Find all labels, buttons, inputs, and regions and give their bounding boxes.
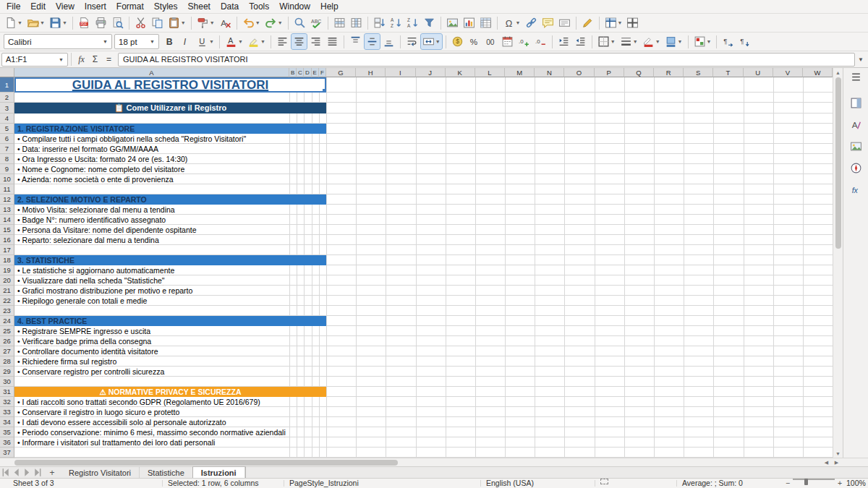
chevron-down-icon[interactable]: ▼ [59, 57, 64, 62]
menu-file[interactable]: File [1, 1, 25, 12]
previous-sheet-button[interactable] [11, 467, 22, 478]
autosum-button[interactable]: Σ [88, 54, 102, 64]
column-header-p[interactable]: P [595, 68, 624, 77]
cell-A10[interactable]: • Azienda: nome società o ente di proven… [14, 174, 326, 184]
wrap-text-button[interactable] [404, 34, 420, 49]
decrease-indent-button[interactable] [573, 34, 588, 49]
empty-cells-row-23[interactable] [326, 306, 833, 316]
insert-row-button[interactable] [332, 15, 347, 30]
row-header-16[interactable]: 16 [0, 235, 14, 245]
column-header-d[interactable]: D [304, 68, 311, 77]
empty-cells-row-25[interactable] [326, 326, 833, 336]
background-color-button[interactable]: ▼ [663, 34, 684, 49]
empty-cells-row-21[interactable] [326, 286, 833, 296]
dropdown-arrow-icon[interactable]: ▼ [516, 20, 521, 25]
dropdown-arrow-icon[interactable]: ▼ [707, 39, 712, 44]
column-header-k[interactable]: K [446, 68, 475, 77]
cell-A24[interactable]: 4. BEST PRACTICE [14, 316, 326, 326]
empty-cells-row-1[interactable] [326, 77, 833, 93]
empty-cells-row-32[interactable] [326, 397, 833, 407]
row-header-31[interactable]: 31 [0, 387, 14, 397]
menu-tools[interactable]: Tools [244, 1, 274, 12]
empty-cells-row-8[interactable] [326, 154, 833, 164]
horizontal-scrollbar[interactable]: ◀ ▶ [0, 458, 868, 466]
row-header-11[interactable]: 11 [0, 184, 14, 194]
tab-istruzioni[interactable]: Istruzioni [193, 467, 245, 478]
column-header-j[interactable]: J [416, 68, 446, 77]
freeze-panes-button[interactable]: ▼ [603, 15, 624, 30]
dropdown-arrow-icon[interactable]: ▼ [40, 20, 45, 25]
justify-button[interactable] [325, 34, 340, 49]
merge-cells-button[interactable]: ▼ [421, 34, 442, 49]
row-header-19[interactable]: 19 [0, 265, 14, 275]
cell-stats-status[interactable]: Average: ; Sum: 0 [682, 479, 743, 488]
empty-cells-row-24[interactable] [326, 316, 833, 326]
empty-cells-row-27[interactable] [326, 346, 833, 356]
cell-A25[interactable]: • Registrare SEMPRE ingresso e uscita [14, 326, 326, 336]
row-header-29[interactable]: 29 [0, 367, 14, 377]
cell-A20[interactable]: • Visualizzare dati nella scheda "Statis… [14, 275, 326, 286]
column-header-l[interactable]: L [475, 68, 505, 77]
cell-A13[interactable]: • Motivo Visita: selezionare dal menu a … [14, 205, 326, 215]
font-size-combo[interactable]: 18 pt ▼ [114, 34, 159, 49]
cell-A8[interactable]: • Ora Ingresso e Uscita: formato 24 ore … [14, 154, 326, 164]
text-direction-ltr-button[interactable]: ¶ [720, 34, 736, 49]
empty-cells-row-6[interactable] [326, 134, 833, 144]
empty-cells-row-30[interactable] [326, 377, 833, 387]
column-header-t[interactable]: T [713, 68, 743, 77]
expand-formula-bar-button[interactable]: ▼ [855, 56, 867, 63]
pivot-table-button[interactable] [478, 15, 493, 30]
row-header-4[interactable]: 4 [0, 114, 14, 124]
cell-A2[interactable] [14, 93, 326, 103]
empty-cells-row-26[interactable] [326, 336, 833, 346]
cell-A27[interactable]: • Controllare documento identità visitat… [14, 346, 326, 356]
row-header-33[interactable]: 33 [0, 407, 14, 417]
formula-button[interactable]: = [102, 54, 116, 64]
format-percent-button[interactable]: % [467, 34, 482, 49]
empty-cells-row-37[interactable] [326, 448, 833, 458]
border-color-button[interactable]: ▼ [641, 34, 662, 49]
empty-cells-row-13[interactable] [326, 205, 833, 215]
align-bottom-button[interactable] [381, 34, 396, 49]
empty-cells-row-22[interactable] [326, 296, 833, 306]
select-all-corner[interactable] [0, 68, 14, 77]
row-header-7[interactable]: 7 [0, 144, 14, 154]
empty-cells-row-33[interactable] [326, 407, 833, 417]
row-header-23[interactable]: 23 [0, 306, 14, 316]
dropdown-arrow-icon[interactable]: ▼ [678, 39, 683, 44]
cell-A37[interactable] [14, 448, 326, 458]
cell-A36[interactable]: • Informare i visitatori sul trattamento… [14, 437, 326, 448]
cell-A35[interactable]: • Periodo conservazione: minimo 6 mesi, … [14, 427, 326, 437]
special-character-button[interactable]: Ω▼ [501, 15, 522, 30]
new-document-button[interactable]: ▼ [3, 15, 24, 30]
text-direction-ttb-button[interactable]: ¶ [737, 34, 752, 49]
zoom-percent[interactable]: 100% [846, 479, 866, 488]
row-header-27[interactable]: 27 [0, 346, 14, 356]
menu-view[interactable]: View [51, 1, 80, 12]
sort-descending-button[interactable]: ZA [405, 15, 420, 30]
first-sheet-button[interactable] [0, 467, 11, 478]
open-button[interactable]: ▼ [25, 15, 46, 30]
empty-cells-row-35[interactable] [326, 427, 833, 437]
text-box-button[interactable] [557, 15, 572, 30]
insert-image-button[interactable] [445, 15, 460, 30]
scroll-down-icon[interactable]: ▼ [833, 449, 843, 458]
row-header-32[interactable]: 32 [0, 397, 14, 407]
cell-A14[interactable]: • Badge N°: numero identificativo assegn… [14, 215, 326, 225]
column-header-m[interactable]: M [505, 68, 535, 77]
dropdown-arrow-icon[interactable]: ▼ [278, 20, 283, 25]
navigator-button[interactable] [847, 159, 864, 176]
cell-A17[interactable] [14, 245, 326, 255]
empty-cells-row-18[interactable] [326, 255, 833, 265]
column-header-o[interactable]: O [564, 68, 594, 77]
find-replace-button[interactable] [292, 15, 307, 30]
horizontal-scrollbar-thumb[interactable] [14, 460, 398, 466]
empty-cells-row-2[interactable] [326, 93, 833, 103]
column-header-r[interactable]: R [654, 68, 684, 77]
menu-insert[interactable]: Insert [80, 1, 111, 12]
align-left-button[interactable] [275, 34, 290, 49]
redo-button[interactable]: ▼ [263, 15, 284, 30]
zoom-out-button[interactable]: − [786, 479, 790, 488]
column-header-f[interactable]: F [319, 68, 326, 77]
zoom-slider-thumb[interactable] [804, 479, 808, 485]
